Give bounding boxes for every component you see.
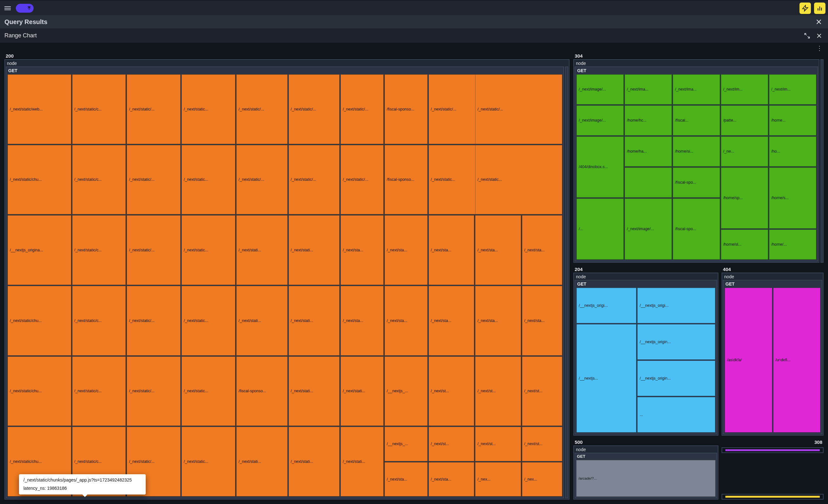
treemap-cell[interactable]: /home/ha... <box>625 136 672 167</box>
treemap-cell[interactable]: /_next/stati... <box>236 427 287 496</box>
treemap-cell[interactable]: /_nex... <box>522 462 562 496</box>
treemap-cell[interactable]: /_nex... <box>475 462 521 496</box>
treemap-cell[interactable]: /fiscal-spo... <box>673 168 720 197</box>
treemap-cell[interactable]: /__nextjs_origin... <box>637 324 715 360</box>
treemap-cell[interactable]: /_next/static/... <box>127 357 180 426</box>
treemap-cell[interactable]: /asldkfa/ <box>725 288 772 433</box>
treemap-cell[interactable]: /_next/stati... <box>289 286 339 356</box>
treemap-cell[interactable]: /home/sl... <box>721 230 768 260</box>
treemap-cell[interactable]: /_next/sta... <box>475 215 521 285</box>
treemap-cell[interactable]: /_next/im... <box>769 75 816 104</box>
treemap-cell[interactable]: /_next/static... <box>475 145 562 215</box>
treemap-cell[interactable]: /_next/static... <box>181 75 235 144</box>
treemap-cell[interactable]: /_next/sta... <box>340 286 384 356</box>
treemap-cell[interactable]: /ho... <box>769 136 816 167</box>
treemap-cell[interactable]: /home/hc... <box>625 105 672 136</box>
treemap-cell[interactable]: /_next/static/... <box>127 145 180 215</box>
treemap-cell[interactable]: /_next/stati... <box>340 357 384 426</box>
treemap-cell[interactable]: /_next/sta... <box>428 215 474 285</box>
treemap-cell[interactable]: /_next/st... <box>475 357 521 426</box>
treemap-cell[interactable]: /_next/static/c... <box>72 215 126 285</box>
treemap-cell[interactable]: /home... <box>769 105 816 136</box>
treemap-cell[interactable]: /_next/static... <box>181 286 235 356</box>
upload-toggle[interactable] <box>16 4 34 13</box>
treemap-cell[interactable]: /_next/static/... <box>289 145 339 215</box>
treemap-cell[interactable]: /fiscal-spo... <box>673 198 720 260</box>
treemap-cell[interactable]: /_next/sta... <box>475 286 521 356</box>
treemap-cell[interactable]: /_next/static/... <box>236 145 287 215</box>
treemap-cell[interactable]: /_next/static/... <box>289 75 339 144</box>
treemap-cell[interactable]: /_next/static/chu... <box>8 286 71 356</box>
chart-menu[interactable]: ⋮ <box>816 44 822 52</box>
treemap-cell[interactable]: /__nextjs_origi... <box>637 288 715 323</box>
treemap-cell[interactable]: /_next/sta... <box>428 462 474 496</box>
treemap-cell[interactable]: /_next/static... <box>181 357 235 426</box>
treemap-cell[interactable]: /__nextjs_origin... <box>637 361 715 396</box>
treemap-cell[interactable]: /_next/st... <box>522 357 562 426</box>
treemap-cell[interactable]: /_next/static/... <box>127 215 180 285</box>
treemap-cell[interactable]: /_next/sta... <box>384 462 428 496</box>
swatch-308-yellow[interactable] <box>721 494 824 500</box>
treemap-cell[interactable]: /_next/image/... <box>577 75 624 104</box>
treemap-cell[interactable]: /_next/st... <box>475 427 521 461</box>
treemap-cell[interactable]: /_next/static/c... <box>72 75 126 144</box>
treemap-cell[interactable]: /__nextjs... <box>577 324 636 432</box>
treemap-cell[interactable]: /404/dinobox.s... <box>577 136 624 197</box>
charts-button[interactable] <box>814 3 825 14</box>
treemap-cell[interactable]: /_next/static/... <box>475 75 562 144</box>
treemap-cell[interactable]: /_next/static/c... <box>72 286 126 356</box>
treemap-cell[interactable]: /_next/st... <box>522 427 562 461</box>
treemap-cell[interactable] <box>625 168 672 197</box>
treemap-cell[interactable]: /home/s... <box>769 168 816 229</box>
treemap-cell[interactable]: /__nextjs_origina... <box>8 215 71 285</box>
treemap-cell[interactable]: /_next/stati... <box>340 427 384 496</box>
treemap-cell[interactable]: /_next/static/... <box>340 145 384 215</box>
treemap-cell[interactable]: /_next/static... <box>181 215 235 285</box>
treemap-cell[interactable]: /_next/stati... <box>236 215 287 285</box>
menu-icon[interactable] <box>3 4 13 12</box>
treemap-cell[interactable]: /fiscal-sponso... <box>384 145 428 215</box>
treemap-cell[interactable]: /_next/static... <box>181 427 235 496</box>
treemap-cell[interactable]: /_next/image/... <box>625 198 672 260</box>
treemap-cell[interactable]: /_next/im... <box>721 75 768 104</box>
treemap-cell[interactable]: /fiscal-sponso... <box>236 357 287 426</box>
treemap-cell[interactable]: /_next/static/c... <box>72 357 126 426</box>
treemap-cell[interactable]: /__nextjs_origi... <box>577 288 636 323</box>
collapse-chart[interactable] <box>803 31 812 40</box>
treemap-cell[interactable]: /_next/image/... <box>577 105 624 136</box>
treemap-cell[interactable]: /_next/sta... <box>340 215 384 285</box>
treemap-cell[interactable]: /_next/st... <box>428 427 474 461</box>
treemap-cell[interactable]: /_next/sta... <box>384 286 428 356</box>
treemap-cell[interactable]: /_next/sta... <box>522 286 562 356</box>
treemap-cell[interactable]: /_next/ima... <box>625 75 672 104</box>
treemap-cell[interactable]: /_next/static/... <box>340 75 384 144</box>
treemap-cell[interactable]: /home/si... <box>673 136 720 167</box>
treemap-cell[interactable]: /_next/stati... <box>289 215 339 285</box>
treemap-cell[interactable]: ... <box>637 397 715 432</box>
treemap-cell[interactable]: /_next/stati... <box>289 427 339 496</box>
treemap-cell[interactable]: /_next/static/c... <box>72 145 126 215</box>
treemap-cell[interactable]: /_next/static... <box>181 145 235 215</box>
treemap-cell[interactable]: /__nextjs_... <box>384 357 428 426</box>
treemap-cell[interactable]: /arcade/?... <box>576 460 715 497</box>
treemap-cell[interactable]: /fiscal-sponso... <box>384 75 428 144</box>
treemap-cell[interactable]: /_next/static/chu... <box>8 357 71 426</box>
treemap-cell[interactable]: /_next/st... <box>428 357 474 426</box>
run-button[interactable] <box>799 3 811 14</box>
treemap-cell[interactable]: /_next/static/... <box>127 286 180 356</box>
treemap-cell[interactable]: /_next/stati... <box>236 286 287 356</box>
treemap-cell[interactable]: /_next/ima... <box>673 75 720 104</box>
treemap-cell[interactable]: /_next/sta... <box>522 215 562 285</box>
treemap-cell[interactable]: /_next/sta... <box>384 215 428 285</box>
treemap-cell[interactable]: /_next/sta... <box>428 286 474 356</box>
treemap-cell[interactable]: /_next/stati... <box>289 357 339 426</box>
treemap-cell[interactable]: /... <box>577 198 624 260</box>
treemap-cell[interactable]: /_next/static/... <box>127 75 180 144</box>
close-chart[interactable] <box>815 31 824 40</box>
swatch-308-purple[interactable] <box>721 447 824 453</box>
treemap-cell[interactable]: /undefi... <box>773 288 820 433</box>
treemap-cell[interactable]: /fiscal... <box>673 105 720 136</box>
treemap-cell[interactable]: /_next/static/... <box>236 75 287 144</box>
treemap-cell[interactable]: /_next/static/web... <box>8 75 71 144</box>
treemap-cell[interactable]: /home/sp... <box>721 168 768 229</box>
